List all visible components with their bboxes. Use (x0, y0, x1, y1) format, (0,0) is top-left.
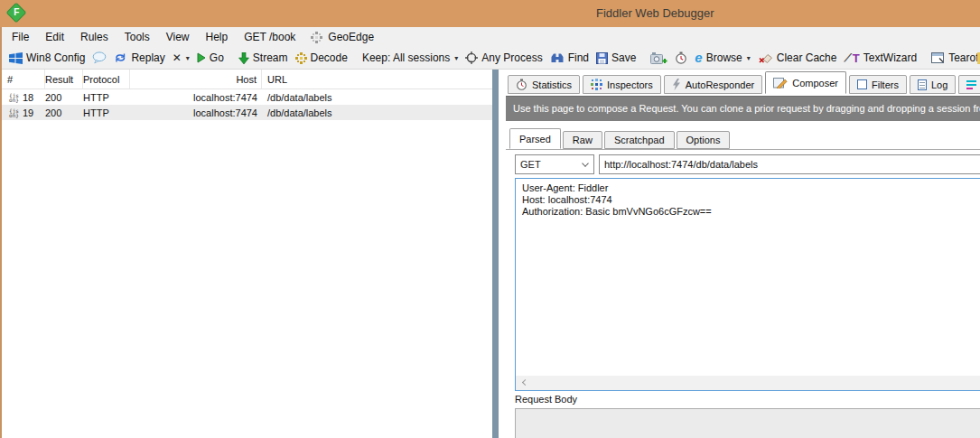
session-list-header: # Result Protocol Host URL (2, 70, 492, 89)
subtab-raw[interactable]: Raw (563, 131, 602, 149)
browse-dropdown-caret[interactable]: ▾ (747, 54, 751, 62)
delete-x-icon: ✕ (173, 51, 182, 64)
inspector-panel: Statistics Inspectors AutoResponder Comp… (506, 70, 980, 438)
http-method-select[interactable]: GET (515, 154, 594, 174)
geoedge-icon (311, 32, 322, 43)
tab-inspectors[interactable]: Inspectors (583, 75, 661, 94)
tearoff-window-icon (931, 52, 945, 63)
chevron-down-icon (582, 160, 589, 167)
request-line: GET (515, 154, 980, 175)
browse-button[interactable]: e Browse ▾ (691, 50, 753, 66)
textwizard-t-icon: T (853, 51, 860, 65)
tab-autoresponder[interactable]: AutoResponder (664, 75, 762, 94)
tearoff-button[interactable]: Tearoff (928, 50, 980, 66)
wand-icon: ⟋ (844, 51, 851, 64)
clear-cache-button[interactable]: Clear Cache (754, 50, 841, 66)
screenshot-button[interactable] (647, 50, 671, 66)
session-row[interactable]: {json}18 200 HTTP localhost:7474 /db/dat… (2, 89, 492, 105)
column-header-num[interactable]: # (2, 70, 45, 89)
lightning-bolt-icon (672, 79, 681, 90)
column-header-host[interactable]: Host (130, 70, 262, 89)
toolbar: Win8 Config Replay ✕ ▾ Go Stream Decode … (2, 47, 980, 70)
json-response-icon: {json} (7, 93, 21, 102)
session-result: 200 (45, 107, 83, 118)
menu-geoedge[interactable]: GeoEdge (326, 27, 382, 47)
timer-button[interactable] (671, 50, 691, 66)
request-url-input[interactable] (599, 154, 980, 174)
tab-composer[interactable]: Composer (765, 71, 846, 94)
request-body-editor[interactable] (515, 408, 980, 438)
fiddler-app-icon: F (6, 3, 27, 23)
delete-dropdown-caret[interactable]: ▾ (186, 54, 190, 62)
composer-info-bar: Use this page to compose a Request. You … (506, 96, 980, 121)
tab-log[interactable]: Log (910, 75, 956, 94)
title-bar: F Fiddler Web Debugger (0, 0, 980, 27)
statistics-clock-icon (516, 79, 527, 90)
filters-checkbox-icon (857, 79, 867, 89)
win8-config-button[interactable]: Win8 Config (5, 50, 89, 66)
delete-sessions-button[interactable]: ✕ ▾ (169, 50, 193, 66)
subtab-parsed[interactable]: Parsed (509, 128, 561, 149)
json-response-icon: {json} (7, 108, 21, 117)
session-result: 200 (45, 92, 83, 103)
menu-help[interactable]: Help (198, 27, 237, 47)
save-button[interactable]: Save (593, 50, 639, 66)
menu-edit[interactable]: Edit (37, 27, 72, 47)
floppy-save-icon (596, 52, 608, 64)
speech-bubble-icon (92, 51, 107, 64)
windows-icon (9, 52, 23, 64)
tab-statistics[interactable]: Statistics (508, 75, 580, 94)
eraser-icon (758, 52, 773, 64)
any-process-button[interactable]: Any Process (462, 50, 546, 66)
request-headers-editor[interactable]: User-Agent: Fiddler Host: localhost:7474… (515, 178, 980, 391)
column-header-protocol[interactable]: Protocol (83, 70, 130, 89)
session-id: 18 (23, 92, 33, 103)
menu-view[interactable]: View (158, 27, 198, 47)
binoculars-icon (550, 52, 565, 63)
decode-button[interactable]: Decode (292, 50, 351, 66)
find-button[interactable]: Find (546, 50, 593, 66)
clock-icon (675, 51, 687, 64)
decode-burst-icon (295, 52, 307, 64)
internet-explorer-icon: e (695, 52, 702, 63)
textwizard-button[interactable]: ⟋ T TextWizard (840, 50, 920, 67)
menu-tools[interactable]: Tools (117, 27, 158, 47)
log-document-icon (918, 79, 927, 90)
replay-button[interactable]: Replay (110, 50, 168, 66)
tab-timeline[interactable]: Timeline (958, 75, 980, 94)
session-row[interactable]: {json}19 200 HTTP localhost:7474 /db/dat… (2, 105, 492, 120)
camera-icon (650, 51, 667, 64)
composer-subtab-strip: Parsed Raw Scratchpad Options (509, 129, 980, 149)
menu-get-book[interactable]: GET /book (236, 27, 303, 47)
subtab-divider (506, 149, 980, 150)
keep-dropdown-caret: ▾ (454, 54, 458, 62)
go-button[interactable]: Go (193, 50, 228, 66)
request-headers-text[interactable]: User-Agent: Fiddler Host: localhost:7474… (516, 179, 980, 221)
comment-button[interactable] (89, 50, 110, 66)
session-url: /db/data/labels (262, 107, 492, 118)
menu-file[interactable]: File (4, 27, 37, 47)
stream-down-arrow-icon (238, 52, 249, 64)
tab-filters[interactable]: Filters (849, 75, 907, 94)
menu-bar: File Edit Rules Tools View Help GET /boo… (2, 27, 980, 47)
session-url: /db/data/labels (262, 92, 492, 103)
subtab-options[interactable]: Options (677, 131, 731, 149)
window-title: Fiddler Web Debugger (596, 6, 714, 20)
column-header-result[interactable]: Result (45, 70, 83, 89)
session-list-panel: # Result Protocol Host URL {json}18 200 … (2, 70, 492, 438)
menu-rules[interactable]: Rules (72, 27, 117, 47)
request-body-label: Request Body (515, 394, 577, 405)
horizontal-scrollbar[interactable] (516, 376, 980, 390)
session-protocol: HTTP (83, 92, 130, 103)
play-icon (197, 52, 206, 63)
main-tab-strip: Statistics Inspectors AutoResponder Comp… (508, 70, 980, 94)
session-protocol: HTTP (83, 107, 130, 118)
panel-splitter[interactable] (492, 70, 499, 438)
column-header-url[interactable]: URL (262, 70, 492, 89)
subtab-scratchpad[interactable]: Scratchpad (604, 131, 675, 149)
session-id: 19 (23, 107, 33, 118)
scroll-left-icon[interactable] (522, 379, 528, 386)
stream-button[interactable]: Stream (235, 50, 292, 66)
keep-sessions-dropdown[interactable]: Keep: All sessions ▾ (359, 50, 462, 66)
replay-arrows-icon (114, 52, 127, 63)
